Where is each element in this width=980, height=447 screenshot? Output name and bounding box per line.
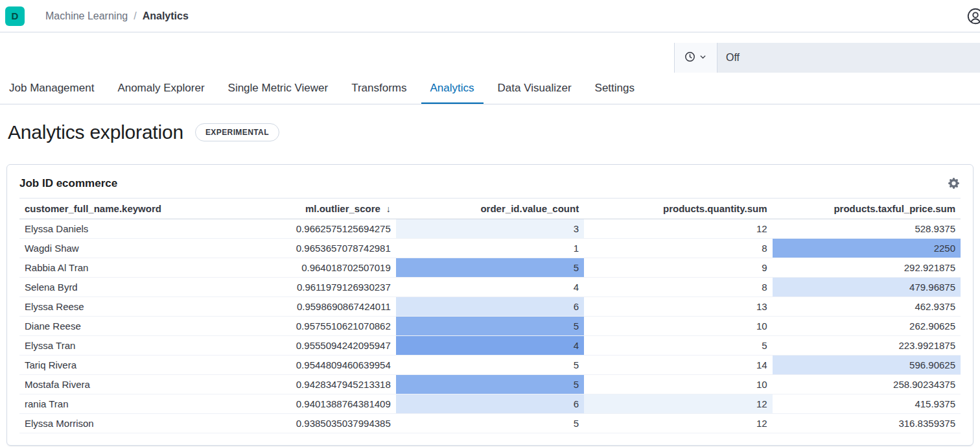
table-row: Diane Reese0.9575510621070862510262.9062… — [19, 317, 961, 336]
table-cell: 0.9544809460639954 — [207, 356, 395, 375]
tab-analytics[interactable]: Analytics — [421, 73, 484, 104]
table-cell: 2250 — [773, 239, 961, 258]
panel-title: Job ID ecommerce — [19, 177, 117, 190]
table-cell: 316.8359375 — [773, 414, 961, 433]
column-header[interactable]: products.quantity.sum — [584, 199, 772, 219]
tabs: Job Management Anomaly Explorer Single M… — [0, 73, 980, 104]
table-cell: 0.9555094242095947 — [207, 336, 395, 356]
table-cell: 462.9375 — [773, 297, 961, 317]
table-row: Elyssa Morrison0.9385035037994385512316.… — [19, 414, 961, 433]
table-cell: Diane Reese — [19, 317, 207, 336]
tab-label: Settings — [595, 82, 635, 94]
space-avatar[interactable]: D — [5, 6, 25, 26]
table-cell: 4 — [396, 278, 584, 297]
table-cell: 5 — [584, 336, 772, 356]
table-cell: 9 — [584, 258, 772, 278]
breadcrumb-parent[interactable]: Machine Learning — [45, 10, 128, 22]
toolbar-row: Off — [0, 32, 980, 73]
gear-icon[interactable] — [947, 176, 961, 190]
table-cell: 6 — [396, 297, 584, 317]
column-label: customer_full_name.keyword — [25, 203, 161, 214]
column-label: order_id.value_count — [480, 203, 579, 214]
table-row: Mostafa Rivera0.9428347945213318510258.9… — [19, 375, 961, 394]
tab-label: Job Management — [9, 82, 94, 94]
chevron-down-icon — [699, 53, 707, 63]
breadcrumb-current: Analytics — [143, 10, 189, 22]
table-row: Wagdi Shaw0.9653657078742981182250 — [19, 239, 961, 258]
table-cell: 10 — [584, 317, 772, 336]
tab-label: Transforms — [351, 82, 406, 94]
page-header: Analytics exploration EXPERIMENTAL — [0, 104, 980, 164]
table-cell: 5 — [396, 317, 584, 336]
space-avatar-letter: D — [12, 10, 19, 21]
table-cell: 292.921875 — [773, 258, 961, 278]
table-cell: 0.964018702507019 — [207, 258, 395, 278]
table-cell: 5 — [396, 356, 584, 375]
tab-anomaly-explorer[interactable]: Anomaly Explorer — [108, 73, 213, 104]
table-cell: 0.9575510621070862 — [207, 317, 395, 336]
table-header-row: customer_full_name.keyword ml.outlier_sc… — [19, 199, 961, 219]
table-cell: 258.90234375 — [773, 375, 961, 394]
column-header[interactable]: order_id.value_count — [396, 199, 584, 219]
table-cell: Selena Byrd — [19, 278, 207, 297]
table-cell: Elyssa Tran — [19, 336, 207, 356]
table-cell: Elyssa Reese — [19, 297, 207, 317]
table-cell: Elyssa Morrison — [19, 414, 207, 433]
table-cell: 5 — [396, 375, 584, 394]
tab-settings[interactable]: Settings — [586, 73, 644, 104]
table-cell: 223.9921875 — [773, 336, 961, 356]
table-cell: 1 — [396, 239, 584, 258]
help-icon[interactable] — [966, 6, 980, 26]
column-label: ml.outlier_score — [305, 203, 380, 214]
sort-desc-icon: ↓ — [384, 204, 391, 214]
table-cell: rania Tran — [19, 394, 207, 414]
column-label: products.quantity.sum — [663, 203, 767, 214]
table-row: Elyssa Tran0.955509424209594745223.99218… — [19, 336, 961, 356]
tab-job-management[interactable]: Job Management — [0, 73, 103, 104]
table-row: Tariq Rivera0.9544809460639954514596.906… — [19, 356, 961, 375]
table-cell: 12 — [584, 219, 772, 239]
table-cell: 0.9428347945213318 — [207, 375, 395, 394]
table-cell: 3 — [396, 219, 584, 239]
table-cell: 8 — [584, 239, 772, 258]
tab-data-visualizer[interactable]: Data Visualizer — [489, 73, 581, 104]
table-row: Selena Byrd0.961197912693023748479.96875 — [19, 278, 961, 297]
table-cell: Mostafa Rivera — [19, 375, 207, 394]
table-cell: Elyssa Daniels — [19, 219, 207, 239]
table-cell: 10 — [584, 375, 772, 394]
table-cell: 0.9611979126930237 — [207, 278, 395, 297]
date-picker-bar: Off — [674, 43, 980, 73]
table-cell: 0.9662575125694275 — [207, 219, 395, 239]
experimental-badge: EXPERIMENTAL — [195, 123, 279, 141]
column-header[interactable]: products.taxful_price.sum — [773, 199, 961, 219]
table-cell: 5 — [396, 414, 584, 433]
table-row: Rabbia Al Tran0.96401870250701959292.921… — [19, 258, 961, 278]
table-cell: Rabbia Al Tran — [19, 258, 207, 278]
column-header[interactable]: ml.outlier_score ↓ — [207, 199, 395, 219]
table-cell: 12 — [584, 394, 772, 414]
table-cell: 5 — [396, 258, 584, 278]
refresh-interval-label[interactable]: Off — [718, 52, 740, 64]
table-cell: 479.96875 — [773, 278, 961, 297]
page-title: Analytics exploration — [8, 121, 183, 143]
table-cell: 14 — [584, 356, 772, 375]
top-header: D Machine Learning / Analytics — [0, 0, 980, 32]
tab-transforms[interactable]: Transforms — [342, 73, 415, 104]
table-cell: 0.9653657078742981 — [207, 239, 395, 258]
table-cell: 4 — [396, 336, 584, 356]
breadcrumb-separator: / — [134, 10, 136, 22]
table-cell: 262.90625 — [773, 317, 961, 336]
panel-header: Job ID ecommerce — [19, 176, 961, 198]
table-cell: 528.9375 — [773, 219, 961, 239]
column-header[interactable]: customer_full_name.keyword — [19, 199, 207, 219]
table-cell: 6 — [396, 394, 584, 414]
quick-select-button[interactable] — [674, 43, 718, 73]
table-body: Elyssa Daniels0.9662575125694275312528.9… — [19, 219, 961, 433]
table-cell: 12 — [584, 414, 772, 433]
table-cell: 0.9598690867424011 — [207, 297, 395, 317]
table-row: rania Tran0.9401388764381409612415.9375 — [19, 394, 961, 414]
tab-single-metric-viewer[interactable]: Single Metric Viewer — [219, 73, 338, 104]
column-label: products.taxful_price.sum — [834, 203, 955, 214]
table-cell: Tariq Rivera — [19, 356, 207, 375]
tab-label: Single Metric Viewer — [228, 82, 329, 94]
